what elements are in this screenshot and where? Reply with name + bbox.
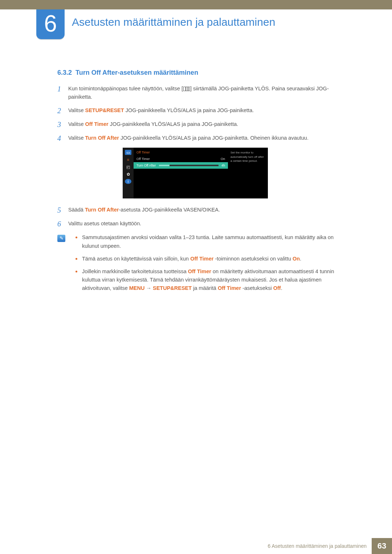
osd-row-offtimer: Off Timer On: [134, 156, 228, 162]
arrow-icon: →: [146, 285, 151, 291]
page-footer: 6 Asetusten määrittäminen ja palauttamin…: [0, 538, 392, 554]
note-item: Tämä asetus on käytettävissä vain silloi…: [75, 255, 340, 263]
notes-list: Sammutusajastimen arvoksi voidaan valita…: [75, 233, 340, 297]
menu-icon: [183, 87, 190, 91]
step-body: Valittu asetus otetaan käyttöön.: [68, 219, 340, 228]
step-number: 6: [57, 219, 68, 228]
page-content: 6.3.2 Turn Off After-asetuksen määrittäm…: [57, 69, 340, 297]
step-number: 3: [57, 120, 68, 129]
footer-text: 6 Asetusten määrittäminen ja palauttamin…: [268, 543, 367, 549]
chapter-number-badge: 6: [36, 9, 65, 39]
chapter-title: Asetusten määrittäminen ja palauttaminen: [72, 16, 275, 28]
step-body: Valitse Turn Off After JOG-painikkeella …: [68, 134, 340, 143]
step-number: 2: [57, 106, 68, 115]
section-title: Turn Off After-asetuksen määrittäminen: [75, 69, 198, 76]
note-item: Sammutusajastimen arvoksi voidaan valita…: [75, 233, 340, 250]
pip-icon: ◰: [125, 164, 131, 169]
osd-description: Set the monitor to automatically turn of…: [228, 148, 268, 198]
osd-slider: [159, 165, 219, 166]
osd-menu-title: Off Timer: [134, 149, 228, 156]
section-heading: 6.3.2 Turn Off After-asetuksen määrittäm…: [57, 69, 340, 77]
step-number: 4: [57, 134, 68, 143]
steps-list: 1 Kun toimintonäppäinopas tulee näyttöön…: [57, 85, 340, 143]
list-icon: ≡: [125, 157, 131, 162]
note-block: ✎ Sammutusajastimen arvoksi voidaan vali…: [57, 233, 340, 297]
page-number: 63: [372, 538, 392, 554]
gear-icon: ✿: [125, 172, 131, 177]
osd-screenshot: ▭ ≡ ◰ ✿ i Off Timer Off Timer On Turn Of…: [123, 148, 268, 198]
note-icon: ✎: [57, 235, 65, 242]
section-number: 6.3.2: [57, 69, 72, 76]
steps-list-cont: 5 Säädä Turn Off After-asetusta JOG-pain…: [57, 206, 340, 228]
step-body: Valitse SETUP&RESET JOG-painikkeella YLÖ…: [68, 106, 340, 115]
step-number: 1: [57, 85, 68, 101]
monitor-icon: ▭: [125, 150, 131, 155]
info-icon: i: [125, 179, 131, 184]
osd-sidebar: ▭ ≡ ◰ ✿ i: [123, 148, 134, 198]
step-body: Kun toimintonäppäinopas tulee näyttöön, …: [68, 85, 340, 101]
step-number: 5: [57, 206, 68, 214]
step-body: Valitse Off Timer JOG-painikkeella YLÖS/…: [68, 120, 340, 129]
note-item: Joillekin markkinoille tarkoitetuissa tu…: [75, 267, 340, 293]
osd-row-turnoffafter: Turn Off After 4h: [134, 162, 228, 169]
osd-menu: Off Timer Off Timer On Turn Off After 4h: [134, 148, 228, 198]
step-body: Säädä Turn Off After-asetusta JOG-painik…: [68, 206, 340, 214]
header-bar: [0, 0, 392, 9]
